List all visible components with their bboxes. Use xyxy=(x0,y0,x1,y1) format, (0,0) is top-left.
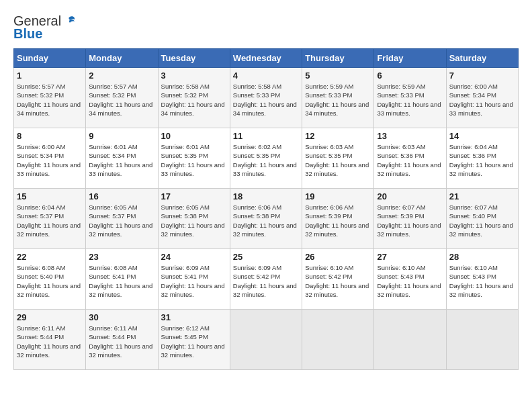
day-number: 24 xyxy=(161,252,227,262)
page-header: General Blue xyxy=(13,13,519,42)
calendar-week-2: 8 Sunrise: 6:00 AMSunset: 5:34 PMDayligh… xyxy=(14,128,519,189)
calendar-cell: 28 Sunrise: 6:10 AMSunset: 5:43 PMDaylig… xyxy=(446,249,518,310)
cell-info: Sunrise: 5:57 AMSunset: 5:32 PMDaylight:… xyxy=(89,82,154,118)
calendar-cell: 12 Sunrise: 6:03 AMSunset: 5:35 PMDaylig… xyxy=(302,128,374,189)
calendar-cell: 15 Sunrise: 6:04 AMSunset: 5:37 PMDaylig… xyxy=(14,189,86,249)
day-number: 16 xyxy=(89,191,154,201)
day-number: 22 xyxy=(17,252,83,262)
day-number: 4 xyxy=(233,71,299,81)
calendar-cell: 25 Sunrise: 6:09 AMSunset: 5:42 PMDaylig… xyxy=(230,249,302,310)
logo: General Blue xyxy=(13,13,77,42)
cell-info: Sunrise: 6:03 AMSunset: 5:36 PMDaylight:… xyxy=(377,142,443,178)
calendar-week-1: 1 Sunrise: 5:57 AMSunset: 5:32 PMDayligh… xyxy=(14,68,519,128)
cell-info: Sunrise: 5:57 AMSunset: 5:32 PMDaylight:… xyxy=(17,82,83,118)
day-number: 18 xyxy=(233,191,299,201)
calendar-cell: 19 Sunrise: 6:06 AMSunset: 5:39 PMDaylig… xyxy=(302,189,374,249)
cell-info: Sunrise: 5:58 AMSunset: 5:32 PMDaylight:… xyxy=(161,82,227,118)
cell-info: Sunrise: 6:08 AMSunset: 5:41 PMDaylight:… xyxy=(89,263,154,299)
calendar-week-3: 15 Sunrise: 6:04 AMSunset: 5:37 PMDaylig… xyxy=(14,189,519,249)
calendar-cell: 24 Sunrise: 6:09 AMSunset: 5:41 PMDaylig… xyxy=(158,249,230,310)
calendar-cell: 11 Sunrise: 6:02 AMSunset: 5:35 PMDaylig… xyxy=(230,128,302,189)
day-number: 21 xyxy=(449,191,515,201)
logo-blue-text: Blue xyxy=(13,26,42,42)
day-number: 11 xyxy=(233,131,299,141)
header-wednesday: Wednesday xyxy=(230,49,302,68)
calendar-cell: 20 Sunrise: 6:07 AMSunset: 5:39 PMDaylig… xyxy=(374,189,446,249)
cell-info: Sunrise: 6:10 AMSunset: 5:43 PMDaylight:… xyxy=(449,263,515,299)
cell-info: Sunrise: 6:09 AMSunset: 5:42 PMDaylight:… xyxy=(233,263,299,299)
cell-info: Sunrise: 6:01 AMSunset: 5:35 PMDaylight:… xyxy=(161,142,227,178)
calendar-cell: 17 Sunrise: 6:05 AMSunset: 5:38 PMDaylig… xyxy=(158,189,230,249)
header-thursday: Thursday xyxy=(302,49,374,68)
cell-info: Sunrise: 5:59 AMSunset: 5:33 PMDaylight:… xyxy=(305,82,371,118)
cell-info: Sunrise: 5:58 AMSunset: 5:33 PMDaylight:… xyxy=(233,82,299,118)
calendar-week-4: 22 Sunrise: 6:08 AMSunset: 5:40 PMDaylig… xyxy=(14,249,519,310)
calendar-cell: 21 Sunrise: 6:07 AMSunset: 5:40 PMDaylig… xyxy=(446,189,518,249)
day-number: 12 xyxy=(305,131,371,141)
day-number: 25 xyxy=(233,252,299,262)
calendar-cell xyxy=(302,310,374,370)
cell-info: Sunrise: 6:11 AMSunset: 5:44 PMDaylight:… xyxy=(17,324,83,359)
day-number: 3 xyxy=(161,71,227,81)
cell-info: Sunrise: 6:07 AMSunset: 5:40 PMDaylight:… xyxy=(449,203,515,238)
calendar-cell xyxy=(230,310,302,370)
cell-info: Sunrise: 6:04 AMSunset: 5:36 PMDaylight:… xyxy=(449,142,515,178)
cell-info: Sunrise: 6:06 AMSunset: 5:38 PMDaylight:… xyxy=(233,203,299,238)
header-tuesday: Tuesday xyxy=(158,49,230,68)
header-friday: Friday xyxy=(374,49,446,68)
cell-info: Sunrise: 6:05 AMSunset: 5:38 PMDaylight:… xyxy=(161,203,227,238)
cell-info: Sunrise: 5:59 AMSunset: 5:33 PMDaylight:… xyxy=(377,82,443,118)
calendar-table: SundayMondayTuesdayWednesdayThursdayFrid… xyxy=(13,48,519,370)
cell-info: Sunrise: 6:08 AMSunset: 5:40 PMDaylight:… xyxy=(17,263,83,299)
cell-info: Sunrise: 6:06 AMSunset: 5:39 PMDaylight:… xyxy=(305,203,371,238)
cell-info: Sunrise: 6:00 AMSunset: 5:34 PMDaylight:… xyxy=(449,82,515,118)
day-number: 28 xyxy=(449,252,515,262)
day-number: 14 xyxy=(449,131,515,141)
calendar-cell: 31 Sunrise: 6:12 AMSunset: 5:45 PMDaylig… xyxy=(158,310,230,370)
cell-info: Sunrise: 6:04 AMSunset: 5:37 PMDaylight:… xyxy=(17,203,83,238)
calendar-cell: 30 Sunrise: 6:11 AMSunset: 5:44 PMDaylig… xyxy=(86,310,158,370)
calendar-cell: 13 Sunrise: 6:03 AMSunset: 5:36 PMDaylig… xyxy=(374,128,446,189)
calendar-cell: 16 Sunrise: 6:05 AMSunset: 5:37 PMDaylig… xyxy=(86,189,158,249)
calendar-cell: 5 Sunrise: 5:59 AMSunset: 5:33 PMDayligh… xyxy=(302,68,374,128)
cell-info: Sunrise: 6:01 AMSunset: 5:34 PMDaylight:… xyxy=(89,142,154,178)
calendar-header-row: SundayMondayTuesdayWednesdayThursdayFrid… xyxy=(14,49,519,68)
calendar-cell: 26 Sunrise: 6:10 AMSunset: 5:42 PMDaylig… xyxy=(302,249,374,310)
cell-info: Sunrise: 6:02 AMSunset: 5:35 PMDaylight:… xyxy=(233,142,299,178)
day-number: 2 xyxy=(89,71,154,81)
day-number: 17 xyxy=(161,191,227,201)
calendar-cell xyxy=(374,310,446,370)
calendar-cell: 9 Sunrise: 6:01 AMSunset: 5:34 PMDayligh… xyxy=(86,128,158,189)
day-number: 27 xyxy=(377,252,443,262)
day-number: 8 xyxy=(17,131,83,141)
day-number: 31 xyxy=(161,312,227,322)
calendar-cell: 14 Sunrise: 6:04 AMSunset: 5:36 PMDaylig… xyxy=(446,128,518,189)
header-monday: Monday xyxy=(86,49,158,68)
day-number: 9 xyxy=(89,131,154,141)
calendar-cell: 1 Sunrise: 5:57 AMSunset: 5:32 PMDayligh… xyxy=(14,68,86,128)
calendar-cell: 6 Sunrise: 5:59 AMSunset: 5:33 PMDayligh… xyxy=(374,68,446,128)
day-number: 23 xyxy=(89,252,154,262)
day-number: 5 xyxy=(305,71,371,81)
calendar-cell: 10 Sunrise: 6:01 AMSunset: 5:35 PMDaylig… xyxy=(158,128,230,189)
calendar-cell: 3 Sunrise: 5:58 AMSunset: 5:32 PMDayligh… xyxy=(158,68,230,128)
calendar-week-5: 29 Sunrise: 6:11 AMSunset: 5:44 PMDaylig… xyxy=(14,310,519,370)
cell-info: Sunrise: 6:10 AMSunset: 5:42 PMDaylight:… xyxy=(305,263,371,299)
day-number: 6 xyxy=(377,71,443,81)
day-number: 19 xyxy=(305,191,371,201)
calendar-cell: 27 Sunrise: 6:10 AMSunset: 5:43 PMDaylig… xyxy=(374,249,446,310)
cell-info: Sunrise: 6:12 AMSunset: 5:45 PMDaylight:… xyxy=(161,324,227,359)
calendar-cell: 4 Sunrise: 5:58 AMSunset: 5:33 PMDayligh… xyxy=(230,68,302,128)
calendar-cell: 29 Sunrise: 6:11 AMSunset: 5:44 PMDaylig… xyxy=(14,310,86,370)
day-number: 15 xyxy=(17,191,83,201)
day-number: 1 xyxy=(17,71,83,81)
header-saturday: Saturday xyxy=(446,49,518,68)
day-number: 30 xyxy=(89,312,154,322)
calendar-cell xyxy=(446,310,518,370)
day-number: 13 xyxy=(377,131,443,141)
calendar-cell: 2 Sunrise: 5:57 AMSunset: 5:32 PMDayligh… xyxy=(86,68,158,128)
cell-info: Sunrise: 6:05 AMSunset: 5:37 PMDaylight:… xyxy=(89,203,154,238)
day-number: 29 xyxy=(17,312,83,322)
cell-info: Sunrise: 6:00 AMSunset: 5:34 PMDaylight:… xyxy=(17,142,83,178)
calendar-cell: 8 Sunrise: 6:00 AMSunset: 5:34 PMDayligh… xyxy=(14,128,86,189)
